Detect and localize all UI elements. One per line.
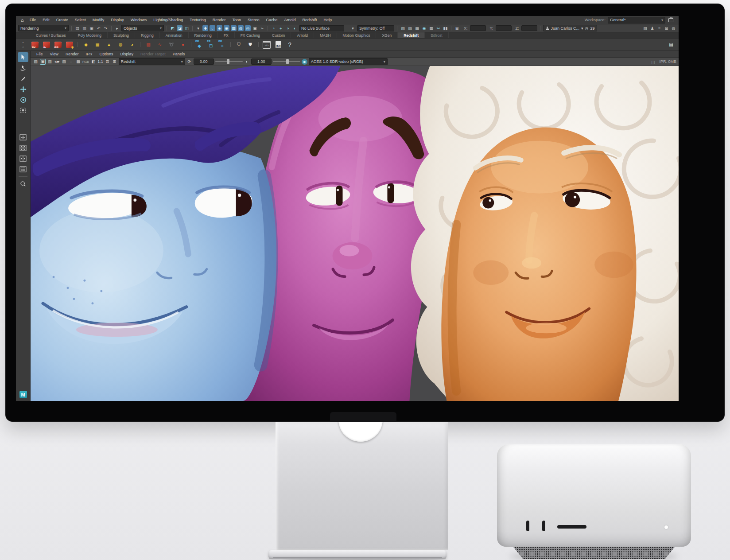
render-all-icon[interactable]: ▨ [407, 25, 413, 31]
render-sequence-icon[interactable]: ▩ [414, 25, 420, 31]
rotate-tool[interactable] [18, 95, 28, 105]
symmetry-menu-icon[interactable]: ▾ [350, 25, 356, 31]
menu-texturing[interactable]: Texturing [186, 18, 209, 22]
swatch-icon[interactable]: ◧ [90, 59, 96, 65]
select-component-icon[interactable]: ◫ [184, 25, 190, 31]
menu-toon[interactable]: Toon [229, 18, 244, 22]
make-live-icon[interactable]: ◍ [238, 25, 244, 31]
shelf-tab-arnold[interactable]: Arnold [291, 32, 314, 38]
panel-menu-render[interactable]: Render [62, 52, 82, 56]
gamma-slider[interactable] [273, 61, 300, 62]
snap-menu-icon[interactable]: ▾ [195, 25, 201, 31]
lasso-select-tool[interactable] [18, 63, 28, 73]
renderer-select[interactable]: Redshift ▾ [119, 58, 185, 65]
save-scene-icon[interactable]: ▣ [89, 25, 94, 31]
ipr-render-icon[interactable]: ◉ [421, 25, 427, 31]
redshift-light-cone-button[interactable]: ▲ [104, 40, 114, 50]
menu-cache[interactable]: Cache [263, 18, 280, 22]
outliner-layout-button[interactable] [18, 164, 28, 174]
zoom-tool[interactable] [18, 179, 28, 189]
frame-region-icon[interactable]: ⊞ [112, 59, 117, 65]
redshift-dome-light-button[interactable]: ◍ [116, 40, 125, 50]
selection-mask-select[interactable]: Objects ▾ [121, 25, 164, 31]
online-docs-button[interactable]: </> [262, 40, 272, 50]
redshift-sphere-button[interactable]: ● [178, 40, 188, 50]
menu-modify[interactable]: Modify [89, 18, 108, 22]
channel-box-icon[interactable]: ≡ [656, 25, 662, 31]
log-button[interactable]: LOG [273, 40, 283, 50]
ocean-preset-button[interactable]: ⛉ [234, 40, 244, 50]
shelf-menu-icon[interactable]: ▪ [23, 41, 23, 44]
pause-icon[interactable]: ▮▮ [443, 25, 448, 31]
x-coordinate-input[interactable] [470, 25, 486, 31]
scale-tool[interactable] [18, 105, 28, 115]
menu-lighting-shading[interactable]: Lighting/Shading [150, 18, 186, 22]
gamma-slider-handle[interactable] [286, 59, 289, 64]
shelf-tab-mash[interactable]: MASH [314, 32, 337, 38]
two-pane-layout-button[interactable] [18, 154, 28, 163]
snap-view-plane-icon[interactable]: ▦ [231, 25, 237, 31]
menu-file[interactable]: File [27, 18, 39, 22]
colorspace-select[interactable]: ACES 1.0 SDR-video (sRGB) ▾ [309, 58, 388, 65]
snapshot-camera-icon[interactable]: ▥ [47, 59, 53, 65]
menu-stereo[interactable]: Stereo [245, 18, 263, 22]
menu-set-select[interactable]: Rendering ▾ [18, 25, 69, 31]
render-viewport[interactable] [31, 66, 679, 401]
redshift-settings-button[interactable]: ✱ [65, 40, 74, 50]
ring-alt-icon[interactable]: ◐ [292, 25, 298, 31]
four-pane-layout-button[interactable] [18, 143, 28, 153]
ring-icon[interactable]: ◑ [285, 25, 291, 31]
cut-icon[interactable]: ✂ [435, 25, 441, 31]
help-button[interactable]: ? [285, 40, 295, 50]
new-scene-icon[interactable]: ▤ [74, 25, 80, 31]
shelf-tab-fx[interactable]: FX [218, 32, 235, 38]
menu-display[interactable]: Display [108, 18, 127, 22]
undo-icon[interactable]: ↶ [96, 25, 101, 31]
shelf-options-icon[interactable]: ○ [22, 46, 24, 49]
panel-menu-display[interactable]: Display [117, 52, 136, 56]
workspace-lock-icon[interactable] [668, 18, 673, 22]
attribute-editor-icon[interactable]: ⊟ [664, 25, 669, 31]
z-coordinate-input[interactable] [521, 25, 537, 31]
proxy-options-button[interactable]: PR≡ [217, 40, 227, 50]
redshift-ipr-button[interactable]: IPR [53, 40, 63, 50]
shelf-tab-fx-caching[interactable]: FX Caching [235, 32, 266, 38]
history-ring-icon[interactable]: ◕ [278, 25, 283, 31]
panel-menu-view[interactable]: View [47, 52, 62, 56]
shelf-tab-redshift[interactable]: Redshift [398, 32, 425, 38]
refresh-icon[interactable]: ⟳ [186, 59, 192, 65]
account-chip[interactable]: Juan Carlos C... ▾ ◷ 29 [543, 25, 598, 31]
workspace-select[interactable]: General* ▾ [608, 17, 665, 23]
shelf-tab-rendering[interactable]: Rendering [189, 32, 218, 38]
snap-point-icon[interactable]: ◈ [217, 25, 222, 31]
proxy-import-button[interactable]: PR⊟ [206, 40, 216, 50]
proxy-export-button[interactable]: PR◆ [194, 40, 204, 50]
shelf-tab-poly-modeling[interactable]: Poly Modeling [72, 32, 108, 38]
panel-menu-file[interactable]: File [33, 52, 46, 56]
character-controls-icon[interactable]: ♟ [649, 25, 655, 31]
rgb-channel-button[interactable]: RGB [82, 59, 89, 65]
menu-arnold[interactable]: Arnold [281, 18, 299, 22]
shelf-editor-icon[interactable]: ▤ [666, 40, 676, 50]
menu-redshift[interactable]: Redshift [299, 18, 320, 22]
color-managed-icon[interactable]: ◉ [302, 59, 307, 65]
input-box-mode-icon[interactable]: ⊞ [454, 25, 460, 31]
exposure-input[interactable]: 0.00 [194, 58, 214, 65]
render-sequence-icon[interactable]: ▨ [61, 59, 67, 65]
home-icon[interactable]: ⌂ [19, 17, 26, 23]
paint-select-tool[interactable] [18, 74, 28, 83]
y-coordinate-input[interactable] [496, 25, 512, 31]
ocean-alt-preset-button[interactable]: ⛊ [245, 40, 255, 50]
render-frame-icon[interactable]: ▧ [400, 25, 406, 31]
panel-menu-options[interactable]: Options [96, 52, 116, 56]
menu-help[interactable]: Help [321, 18, 335, 22]
symmetry-field[interactable]: Symmetry: Off [357, 25, 394, 31]
menu-select[interactable]: Select [72, 18, 89, 22]
redshift-volume-button[interactable]: ▦ [93, 40, 102, 50]
snap-grid-icon[interactable]: ✚ [202, 25, 208, 31]
render-clapper-icon[interactable]: ▧ [33, 59, 39, 65]
menu-edit[interactable]: Edit [39, 18, 53, 22]
redshift-feedback-button[interactable]: fb [42, 40, 51, 50]
select-tool[interactable] [18, 52, 28, 62]
shelf-tab-bitfrost[interactable]: Bitfrost [425, 32, 448, 38]
